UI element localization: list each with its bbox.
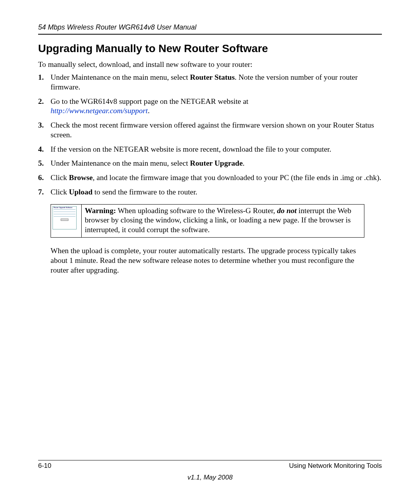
step-text: .: [243, 159, 245, 167]
step-text: Go to the WGR614v8 support page on the N…: [51, 97, 248, 105]
step-number: 1.: [38, 73, 49, 82]
footer-chapter: Using Network Monitoring Tools: [289, 462, 382, 470]
step-text: .: [148, 107, 150, 115]
warning-callout: Router Upgrade Software Warning: When up…: [51, 204, 364, 238]
step-bold: Browse: [69, 173, 93, 182]
step-2: 2. Go to the WGR614v8 support page on th…: [51, 97, 382, 116]
step-text: Click: [51, 173, 69, 182]
step-3: 3. Check the most recent firmware versio…: [51, 121, 382, 140]
step-1: 1. Under Maintenance on the main menu, s…: [51, 73, 382, 92]
step-text: If the version on the NETGEAR website is…: [51, 145, 331, 153]
header-rule: [38, 34, 382, 35]
step-6: 6. Click Browse, and locate the firmware…: [51, 173, 382, 183]
step-7: 7. Click Upload to send the firmware to …: [51, 187, 382, 197]
support-link[interactable]: http://www.netgear.com/support: [51, 107, 148, 115]
step-bold: Router Status: [190, 73, 234, 81]
warning-text-cell: Warning: When uploading software to the …: [82, 204, 364, 237]
step-bold: Upload: [69, 188, 93, 196]
page-body: 54 Mbps Wireless Router WGR614v8 User Ma…: [0, 0, 420, 275]
step-text: , and locate the firmware image that you…: [93, 173, 382, 182]
step-number: 7.: [38, 187, 49, 197]
page-footer: 6-10 Using Network Monitoring Tools v1.1…: [38, 460, 382, 481]
section-title: Upgrading Manually to New Router Softwar…: [38, 42, 382, 55]
after-warning-text: When the upload is complete, your router…: [51, 246, 364, 275]
step-5: 5. Under Maintenance on the main menu, s…: [51, 159, 382, 168]
step-number: 5.: [38, 159, 49, 168]
step-number: 3.: [38, 121, 49, 130]
step-number: 4.: [38, 145, 49, 154]
intro-text: To manually select, download, and instal…: [38, 60, 382, 69]
step-text: Under Maintenance on the main menu, sele…: [51, 73, 190, 81]
step-text: Check the most recent firmware version o…: [51, 121, 374, 139]
step-list: 1. Under Maintenance on the main menu, s…: [38, 73, 382, 197]
warning-icon-cell: Router Upgrade Software: [51, 204, 82, 237]
step-number: 6.: [38, 173, 49, 183]
step-text: to send the firmware to the router.: [93, 188, 198, 196]
footer-page-number: 6-10: [38, 462, 51, 470]
warning-label: Warning:: [85, 206, 116, 215]
step-4: 4. If the version on the NETGEAR website…: [51, 145, 382, 154]
warning-text: When uploading software to the Wireless-…: [116, 206, 277, 215]
step-number: 2.: [38, 97, 49, 107]
step-text: Click: [51, 188, 69, 196]
router-upgrade-thumbnail-icon: Router Upgrade Software: [52, 206, 77, 229]
footer-rule: [38, 460, 382, 460]
step-text: Under Maintenance on the main menu, sele…: [51, 159, 190, 167]
footer-version: v1.1, May 2008: [38, 474, 382, 481]
running-header: 54 Mbps Wireless Router WGR614v8 User Ma…: [38, 23, 382, 32]
warning-emphasis: do not: [277, 206, 296, 215]
step-bold: Router Upgrade: [190, 159, 243, 167]
